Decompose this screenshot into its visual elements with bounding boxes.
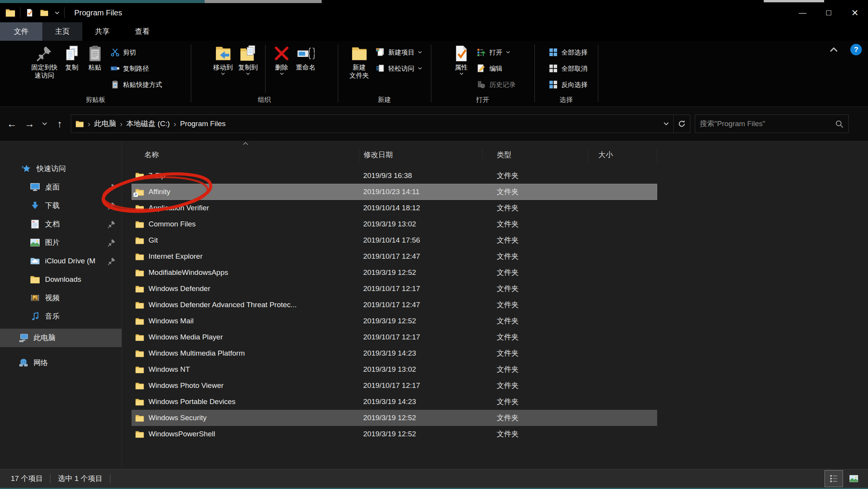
file-row-internet-explorer[interactable]: Internet Explorer2019/10/17 12:47文件夹 — [132, 248, 657, 264]
file-row-modifiablewindowsapps[interactable]: ModifiableWindowsApps2019/3/19 12:52文件夹 — [132, 264, 657, 281]
file-row-application-verifier[interactable]: Application Verifier2019/10/14 18:12文件夹 — [132, 200, 657, 216]
file-row-windows-media-player[interactable]: Windows Media Player2019/10/17 12:17文件夹 — [132, 329, 657, 345]
breadcrumb-item[interactable]: 此电脑 — [92, 119, 119, 129]
column-header-3[interactable]: 大小 — [598, 147, 613, 163]
ribbon-button-label: 固定到快 速访问 — [32, 63, 58, 80]
tab-1[interactable]: 主页 — [42, 22, 82, 41]
new-folder-icon — [351, 45, 368, 62]
ribbon-button-rename[interactable]: 重命名 — [293, 43, 318, 73]
tab-2[interactable]: 共享 — [82, 22, 122, 41]
sidebar-item-music[interactable]: 音乐 — [0, 307, 122, 326]
ribbon-button-move-to[interactable]: 移动到 — [210, 43, 235, 77]
ribbon-button-cut[interactable]: 剪切 — [110, 47, 162, 58]
ribbon-button-select-none[interactable]: 全部取消 — [549, 63, 588, 74]
column-divider[interactable] — [588, 148, 588, 162]
qat-new-folder-button[interactable] — [39, 8, 49, 18]
qat-properties-button[interactable] — [25, 8, 35, 18]
search-box — [695, 115, 849, 133]
pin-icon[interactable] — [107, 201, 116, 210]
file-row-windows-nt[interactable]: Windows NT2019/3/19 13:02文件夹 — [132, 361, 657, 378]
up-button[interactable]: ↑ — [51, 115, 68, 133]
sidebar-item-desktop[interactable]: 桌面 — [0, 178, 122, 196]
column-header-2[interactable]: 类型 — [497, 147, 511, 163]
thumbnail-view-button[interactable] — [845, 471, 863, 487]
column-divider[interactable] — [657, 148, 657, 162]
file-row-windows-mail[interactable]: Windows Mail2019/3/19 12:52文件夹 — [132, 313, 657, 329]
ribbon-button-paste-shortcut[interactable]: 粘贴快捷方式 — [110, 79, 162, 90]
help-button[interactable]: ? — [850, 44, 862, 55]
column-header-0[interactable]: 名称 — [144, 147, 159, 163]
collapse-ribbon-button[interactable] — [828, 45, 840, 54]
file-row-windows-defender[interactable]: Windows Defender2019/10/17 12:17文件夹 — [132, 281, 657, 297]
sidebar-item-label: 桌面 — [45, 182, 60, 192]
file-row-windows-defender-advanced-threat-protec-[interactable]: Windows Defender Advanced Threat Protec.… — [132, 297, 657, 313]
details-view-button[interactable] — [825, 471, 843, 487]
sidebar-item-folder[interactable]: Downloads — [0, 270, 122, 289]
tab-3[interactable]: 查看 — [122, 22, 162, 41]
ribbon-button-delete[interactable]: 删除 — [270, 43, 293, 77]
column-header-1[interactable]: 修改日期 — [364, 147, 393, 163]
sidebar-item-network[interactable]: 网络 — [0, 354, 122, 372]
ribbon-button-history[interactable]: 历史记录 — [477, 79, 516, 90]
minimize-button[interactable]: — — [790, 3, 816, 22]
ribbon-button-select-invert[interactable]: 反向选择 — [549, 79, 588, 90]
cell-name: Windows Media Player — [144, 333, 363, 341]
breadcrumb-item[interactable]: Program Files — [177, 120, 228, 128]
file-row-windows-security[interactable]: Windows Security2019/3/19 12:52文件夹 — [132, 410, 657, 426]
breadcrumb-item[interactable]: 本地磁盘 (C:) — [124, 119, 172, 129]
ribbon-button-copy[interactable]: 复制 — [60, 43, 83, 73]
ribbon-button-new-folder[interactable]: 新建 文件夹 — [347, 43, 372, 81]
sidebar-item-pictures[interactable]: 图片 — [0, 233, 122, 252]
file-row-windowspowershell[interactable]: WindowsPowerShell2019/3/19 12:52文件夹 — [132, 426, 657, 442]
file-row-7-zip[interactable]: 7-Zip2019/9/3 16:38文件夹 — [132, 168, 657, 184]
breadcrumb-separator[interactable]: › — [87, 120, 92, 128]
ribbon-button-new-item[interactable]: 新建项目 — [376, 47, 422, 58]
back-button[interactable]: ← — [3, 115, 21, 133]
address-bar[interactable]: ›此电脑›本地磁盘 (C:)›Program Files — [71, 115, 690, 133]
maximize-button[interactable]: □ — [816, 3, 842, 22]
column-divider[interactable] — [482, 148, 482, 162]
dropdown-arrow-icon — [418, 51, 422, 54]
refresh-button[interactable] — [673, 115, 690, 133]
ribbon-button-paste[interactable]: 粘贴 — [83, 43, 107, 73]
sidebar-item-document[interactable]: 文档 — [0, 215, 122, 233]
sidebar-item-star[interactable]: 快速访问 — [0, 160, 122, 178]
ribbon-button-pin[interactable]: 固定到快 速访问 — [29, 43, 60, 81]
file-row-common-files[interactable]: Common Files2019/3/19 13:02文件夹 — [132, 216, 657, 232]
sidebar-item-this-pc[interactable]: 此电脑 — [0, 329, 122, 347]
file-row-windows-multimedia-platform[interactable]: Windows Multimedia Platform2019/3/19 14:… — [132, 345, 657, 361]
breadcrumb-separator[interactable]: › — [172, 120, 177, 128]
forward-button[interactable]: → — [21, 115, 38, 133]
pin-icon[interactable] — [107, 257, 116, 266]
properties-icon — [452, 45, 470, 62]
pin-icon[interactable] — [107, 220, 116, 229]
recent-locations-button[interactable] — [38, 115, 51, 133]
sidebar-item-videos[interactable]: 视频 — [0, 289, 122, 307]
file-row-windows-portable-devices[interactable]: Windows Portable Devices2019/3/19 14:23文… — [132, 394, 657, 410]
file-row-windows-photo-viewer[interactable]: Windows Photo Viewer2019/10/17 12:17文件夹 — [132, 378, 657, 394]
search-input[interactable] — [695, 120, 835, 128]
sidebar-item-download[interactable]: 下载 — [0, 196, 122, 215]
folder-icon — [135, 172, 144, 180]
ribbon-group-1: 移动到复制到删除重命名组织 — [191, 41, 338, 106]
close-button[interactable]: × — [842, 3, 868, 22]
cell-name: Windows Portable Devices — [144, 398, 363, 406]
ribbon-group-divider — [598, 45, 598, 102]
ribbon-button-copy-to[interactable]: 复制到 — [235, 43, 260, 77]
ribbon-button-open[interactable]: 打开 — [477, 47, 516, 58]
ribbon-button-properties[interactable]: 属性 — [450, 43, 473, 77]
ribbon-button-edit[interactable]: 编辑 — [477, 63, 516, 74]
ribbon-button-easy-access[interactable]: 轻松访问 — [376, 63, 422, 74]
pin-icon[interactable] — [107, 238, 116, 247]
ribbon-button-copy-path[interactable]: \\..复制路径 — [110, 63, 162, 74]
file-row-affinity[interactable]: Affinity2019/10/23 14:11文件夹 — [132, 184, 657, 200]
pin-icon[interactable] — [107, 183, 116, 192]
sidebar-item-icloud[interactable]: iCloud Drive (M — [0, 252, 122, 270]
column-divider[interactable] — [359, 148, 359, 162]
ribbon-button-select-all[interactable]: 全部选择 — [549, 47, 588, 58]
qat-customize-button[interactable] — [54, 8, 60, 18]
file-row-git[interactable]: Git2019/10/14 17:56文件夹 — [132, 232, 657, 248]
address-dropdown-button[interactable] — [659, 115, 673, 133]
tab-file[interactable]: 文件 — [0, 22, 42, 41]
breadcrumb-separator[interactable]: › — [119, 120, 124, 128]
